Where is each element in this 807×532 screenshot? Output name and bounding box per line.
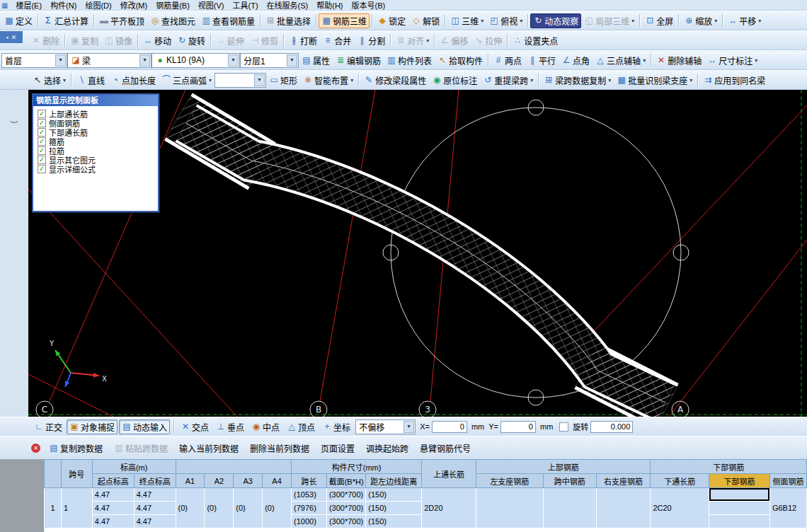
dynamic-input-toggle[interactable]: ▤动态输入 <box>119 420 170 434</box>
end-elevation-cell[interactable]: 4.47 <box>134 488 176 502</box>
align-button[interactable]: ≣对齐▾ <box>393 33 432 48</box>
end-elevation-cell[interactable]: 4.47 <box>134 515 176 528</box>
start-elevation-cell[interactable]: 4.47 <box>92 488 134 502</box>
menu-tools[interactable]: 工具(T) <box>229 0 262 11</box>
rectangle-button[interactable]: ▭矩形 <box>266 73 300 88</box>
bottom-rebar-cell[interactable] <box>709 502 770 515</box>
col-header-top-through[interactable]: 上通长筋 <box>422 460 476 488</box>
col-header-a3[interactable]: A3 <box>234 474 263 488</box>
break-button[interactable]: ∦打断 <box>286 33 320 48</box>
col-header-side-rebar[interactable]: 侧面钢筋 <box>769 474 806 488</box>
checkbox[interactable]: ✓ <box>38 119 46 127</box>
a1-cell[interactable]: (0) <box>176 488 205 528</box>
menu-view[interactable]: 视图(V) <box>195 0 228 11</box>
batch-select-button[interactable]: ⊞批量选择 <box>263 13 314 28</box>
checkbox[interactable]: ✓ <box>38 137 46 146</box>
point-angle-button[interactable]: ∠点角 <box>559 53 593 68</box>
checkbox[interactable]: ✓ <box>38 156 46 164</box>
smart-layout-button[interactable]: ※智能布置▾ <box>300 73 356 88</box>
vertex-snap-button[interactable]: △顶点 <box>284 420 318 434</box>
checkbox[interactable]: ✓ <box>38 128 46 137</box>
menu-rebar-qty[interactable]: 钢筋量(B) <box>152 0 193 11</box>
menu-online-service[interactable]: 在线服务(S) <box>263 0 312 11</box>
col-header-right-support[interactable]: 右支座钢筋 <box>596 474 651 488</box>
checkbox[interactable]: ✓ <box>38 146 46 155</box>
re-extract-span-button[interactable]: ↺重提梁跨▾ <box>480 73 536 88</box>
col-header-bottom-through[interactable]: 下通长筋 <box>651 474 709 488</box>
properties-button[interactable]: ▤属性 <box>299 53 333 68</box>
end-elevation-cell[interactable]: 4.47 <box>134 502 176 515</box>
osnap-toggle[interactable]: ▣对象捕捉 <box>67 420 118 434</box>
offset-button[interactable]: ∠偏移 <box>437 33 471 48</box>
col-header-left-edge-dist[interactable]: 距左边线距离 <box>366 474 422 488</box>
in-situ-annotation-button[interactable]: ◉原位标注 <box>429 73 480 88</box>
swap-start-span-button[interactable]: 调换起始跨 <box>363 441 411 456</box>
span-no-cell[interactable]: 1 <box>61 488 92 528</box>
span-data-copy-button[interactable]: ⊞梁跨数据复制▾ <box>541 73 614 88</box>
rotate-angle-input[interactable]: 0.000 <box>590 421 633 433</box>
view-3d-button[interactable]: ◫三维▾ <box>447 13 486 28</box>
input-current-column-button[interactable]: 输入当前列数据 <box>176 441 241 456</box>
align-slab-top-button[interactable]: ▬平齐板顶 <box>96 13 147 28</box>
dock-close-icon[interactable]: ✕ <box>11 34 17 41</box>
rebar-display-control-panel[interactable]: 钢筋显示控制面板 ✓上部通长筋✓侧面钢筋✓下部通长筋✓箍筋✓拉筋✓显示其它图元✓… <box>32 93 159 212</box>
col-header-a2[interactable]: A2 <box>205 474 234 488</box>
left-edge-dist-cell[interactable]: (150) <box>366 515 422 528</box>
find-element-button[interactable]: ◎查找图元 <box>147 13 198 28</box>
col-header-start-elevation[interactable]: 起点标高 <box>92 474 134 488</box>
delete-button[interactable]: ✕删除 <box>28 33 62 48</box>
offset-combo[interactable]: 不偏移 ▾ <box>355 420 416 434</box>
component-combo[interactable]: ●KL10 (9A)▾ <box>151 53 240 68</box>
span-length-cell[interactable]: (1053) <box>292 488 327 502</box>
view-rebar-qty-button[interactable]: ▥查看钢筋量 <box>198 13 258 28</box>
menu-modify[interactable]: 修改(M) <box>117 0 151 11</box>
col-header-end-elevation[interactable]: 终点标高 <box>134 474 176 488</box>
left-edge-dist-cell[interactable]: (150) <box>366 488 422 502</box>
menu-draw[interactable]: 绘图(D) <box>81 0 115 11</box>
rebar-3d-button[interactable]: ▦钢筋三维 <box>319 13 370 28</box>
bottom-rebar-selected-cell[interactable] <box>709 488 770 502</box>
start-elevation-cell[interactable]: 4.47 <box>92 515 134 528</box>
move-button[interactable]: ↔移动 <box>140 33 174 48</box>
paste-span-data-button[interactable]: ▥粘贴跨数据 <box>111 441 171 456</box>
point-plus-length-button[interactable]: ◔点加长度 <box>108 73 159 88</box>
three-point-arc-button[interactable]: ⌒三点画弧▾ <box>159 73 214 88</box>
edit-rebar-button[interactable]: ≣编辑钢筋 <box>333 53 384 68</box>
batch-identify-support-button[interactable]: ▦批量识别梁支座▾ <box>614 73 695 88</box>
menu-floor[interactable]: 楼层(E) <box>12 0 45 11</box>
trim-button[interactable]: ⊣修剪 <box>247 33 281 48</box>
perpendicular-snap-button[interactable]: ⊥垂点 <box>213 420 247 434</box>
parallel-axis-button[interactable]: ∥平行 <box>525 53 559 68</box>
define-button[interactable]: ▦定义 <box>1 13 35 28</box>
copy-button[interactable]: ▣复制 <box>67 33 101 48</box>
partial-3d-button[interactable]: ◱局部三维▾ <box>581 13 637 28</box>
rotate-checkbox[interactable] <box>559 422 568 432</box>
intersection-snap-button[interactable]: ✕交点 <box>178 420 212 434</box>
drawing-canvas[interactable]: C B 3 A Y X 钢筋显示控制面板 ✓上部通长 <box>28 90 807 417</box>
col-header-left-support[interactable]: 左支座钢筋 <box>476 474 544 488</box>
copy-span-data-button[interactable]: ▤复制跨数据 <box>46 441 105 456</box>
menu-version[interactable]: 版本号(B) <box>348 0 389 11</box>
col-header-span-length[interactable]: 跨长 <box>292 474 327 488</box>
orbit-button[interactable]: ↻动态观察 <box>530 13 581 28</box>
left-edge-dist-cell[interactable]: (150) <box>366 502 422 515</box>
component-list-button[interactable]: ▥构件列表 <box>384 53 435 68</box>
menu-component[interactable]: 构件(N) <box>47 0 80 11</box>
col-header-section[interactable]: 截面(B*H) <box>326 474 365 488</box>
set-grips-button[interactable]: ∴设置夹点 <box>510 33 561 48</box>
rotate-button[interactable]: ↻旋转 <box>174 33 208 48</box>
col-header-bottom-rebar-selected[interactable]: 下部钢筋 <box>709 474 770 488</box>
dimension-button[interactable]: ↔尺寸标注▾ <box>704 53 760 68</box>
start-elevation-cell[interactable]: 4.47 <box>92 502 134 515</box>
top-view-button[interactable]: ◰俯视▾ <box>486 13 525 28</box>
right-support-cell[interactable] <box>596 488 651 528</box>
top-through-cell[interactable]: 2D20 <box>422 488 476 528</box>
modify-beam-segment-button[interactable]: ✎修改梁段属性 <box>361 73 429 88</box>
mirror-button[interactable]: ◫镜像 <box>101 33 135 48</box>
dock-tab[interactable]: ▪ ✕ <box>0 31 23 43</box>
summary-calc-button[interactable]: Σ汇总计算 <box>40 13 91 28</box>
col-header-a1[interactable]: A1 <box>176 474 205 488</box>
fullscreen-button[interactable]: ⊡全屏 <box>642 13 676 28</box>
span-length-cell[interactable]: (1000) <box>292 515 327 528</box>
merge-button[interactable]: ≡合并 <box>320 33 354 48</box>
